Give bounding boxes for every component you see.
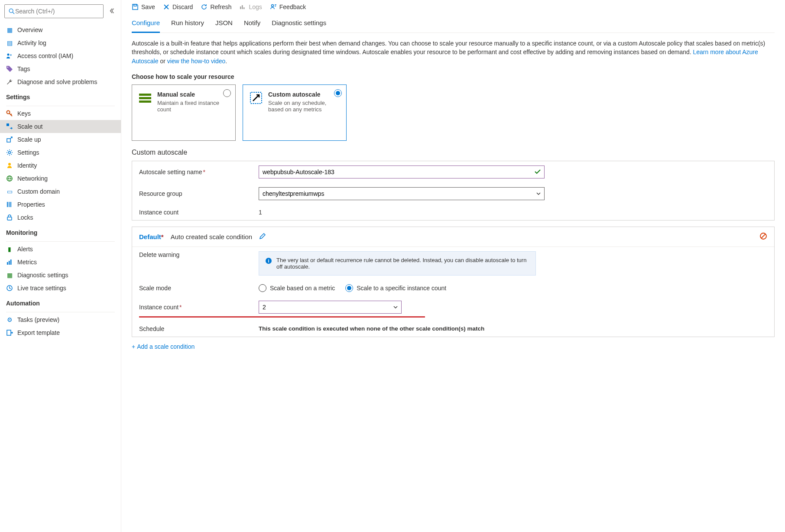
metrics-icon <box>6 259 13 266</box>
nav-properties[interactable]: Properties <box>0 198 121 211</box>
tab-configure[interactable]: Configure <box>132 16 160 33</box>
nav-export-template[interactable]: Export template <box>0 326 121 339</box>
scale-out-icon <box>6 123 13 130</box>
delete-condition-button[interactable] <box>759 232 767 241</box>
nav-label: Custom domain <box>17 188 60 195</box>
svg-rect-15 <box>7 262 8 265</box>
delete-warning-infobox: i The very last or default recurrence ru… <box>259 251 536 276</box>
svg-rect-17 <box>10 260 12 265</box>
nav-scale-out[interactable]: Scale out <box>0 120 121 133</box>
manual-scale-icon <box>138 91 152 105</box>
tab-json[interactable]: JSON <box>215 16 233 32</box>
collapse-sidebar-button[interactable] <box>107 6 117 17</box>
refresh-icon <box>201 3 208 10</box>
plus-icon: + <box>132 343 135 350</box>
svg-rect-25 <box>139 94 151 96</box>
nav-identity[interactable]: Identity <box>0 159 121 172</box>
logs-button: Logs <box>239 3 262 10</box>
nav-alerts[interactable]: ▮ Alerts <box>0 243 121 256</box>
svg-rect-7 <box>7 139 10 142</box>
tab-run-history[interactable]: Run history <box>171 16 204 32</box>
feedback-button[interactable]: Feedback <box>270 3 306 10</box>
toolbar-label: Feedback <box>279 3 306 10</box>
svg-rect-6 <box>6 123 9 126</box>
info-icon: i <box>265 257 272 266</box>
svg-rect-19 <box>7 330 11 335</box>
tab-notify[interactable]: Notify <box>244 16 260 32</box>
discard-icon <box>163 3 170 10</box>
svg-point-3 <box>10 54 12 56</box>
nav-label: Networking <box>17 175 48 182</box>
svg-rect-21 <box>240 6 241 9</box>
domain-icon: ▭ <box>6 188 13 195</box>
nav-locks[interactable]: Locks <box>0 211 121 224</box>
schedule-note: This scale condition is executed when no… <box>259 325 545 332</box>
nav-label: Activity log <box>17 39 46 46</box>
save-button[interactable]: Save <box>132 3 155 10</box>
svg-text:i: i <box>268 258 269 263</box>
manual-scale-card[interactable]: Manual scale Maintain a fixed instance c… <box>132 84 236 141</box>
svg-rect-12 <box>9 202 10 207</box>
svg-point-2 <box>7 54 10 56</box>
wrench-icon <box>6 78 13 85</box>
custom-autoscale-section-title: Custom autoscale <box>132 149 775 156</box>
automation-section-title: Automation <box>0 296 121 310</box>
nav-label: Alerts <box>17 246 33 253</box>
nav-custom-domain[interactable]: ▭ Custom domain <box>0 185 121 198</box>
scale-mode-metric-radio[interactable]: Scale based on a metric <box>259 284 335 292</box>
schedule-label: Schedule <box>139 325 252 332</box>
delete-warning-text: The very last or default recurrence rule… <box>276 257 529 270</box>
manual-scale-radio[interactable] <box>223 89 231 97</box>
search-box[interactable] <box>4 4 104 18</box>
setting-name-input[interactable] <box>259 165 545 178</box>
custom-autoscale-card[interactable]: Custom autoscale Scale on any schedule, … <box>243 84 347 141</box>
nav-networking[interactable]: Networking <box>0 172 121 185</box>
tasks-icon: ⚙ <box>6 316 13 323</box>
nav-overview[interactable]: ▦ Overview <box>0 23 121 36</box>
condition-instance-count-input[interactable] <box>259 301 402 314</box>
check-icon <box>534 168 541 176</box>
nav-metrics[interactable]: Metrics <box>0 256 121 269</box>
nav-tags[interactable]: Tags <box>0 62 121 75</box>
manual-scale-desc: Maintain a fixed instance count <box>157 100 229 113</box>
nav-settings[interactable]: Settings <box>0 146 121 159</box>
svg-rect-27 <box>139 101 151 103</box>
identity-icon <box>6 162 13 169</box>
edit-condition-button[interactable] <box>259 233 266 241</box>
search-input[interactable] <box>15 8 100 15</box>
nav-keys[interactable]: Keys <box>0 107 121 120</box>
resource-group-select[interactable]: chenyltestpremiumwps <box>259 187 545 200</box>
nav-tasks[interactable]: ⚙ Tasks (preview) <box>0 313 121 326</box>
add-scale-condition-button[interactable]: + Add a scale condition <box>132 343 775 350</box>
nav-label: Diagnose and solve problems <box>17 78 97 85</box>
diagnostic-icon: ▦ <box>6 272 13 279</box>
custom-autoscale-radio[interactable] <box>334 89 342 97</box>
nav-live-trace[interactable]: Live trace settings <box>0 282 121 295</box>
tab-diagnostic[interactable]: Diagnostic settings <box>272 16 326 32</box>
refresh-button[interactable]: Refresh <box>201 3 231 10</box>
intro-text: Autoscale is a built-in feature that hel… <box>132 39 775 65</box>
nav-activity-log[interactable]: ▤ Activity log <box>0 36 121 49</box>
discard-button[interactable]: Discard <box>163 3 193 10</box>
toolbar-label: Refresh <box>210 3 231 10</box>
settings-section-title: Settings <box>0 90 121 104</box>
nav-access-control[interactable]: Access control (IAM) <box>0 49 121 62</box>
nav-scale-up[interactable]: Scale up <box>0 133 121 146</box>
scale-mode-specific-radio[interactable]: Scale to a specific instance count <box>345 284 446 292</box>
custom-autoscale-desc: Scale on any schedule, based on any metr… <box>268 100 340 113</box>
svg-point-8 <box>9 152 11 154</box>
howto-video-link[interactable]: view the how-to video <box>167 58 226 65</box>
custom-autoscale-icon <box>249 91 263 105</box>
setting-name-label: Autoscale setting name* <box>139 169 252 175</box>
export-icon <box>6 329 13 336</box>
nav-label: Settings <box>17 149 39 156</box>
svg-rect-11 <box>7 202 8 207</box>
lock-icon <box>6 214 13 221</box>
svg-rect-13 <box>10 202 11 207</box>
nav-diagnose[interactable]: Diagnose and solve problems <box>0 75 121 88</box>
nav-diagnostic-settings[interactable]: ▦ Diagnostic settings <box>0 269 121 282</box>
nav-label: Tasks (preview) <box>17 316 59 323</box>
instance-count-label: Instance count <box>139 209 252 216</box>
svg-rect-14 <box>7 217 12 220</box>
save-icon <box>132 3 139 10</box>
